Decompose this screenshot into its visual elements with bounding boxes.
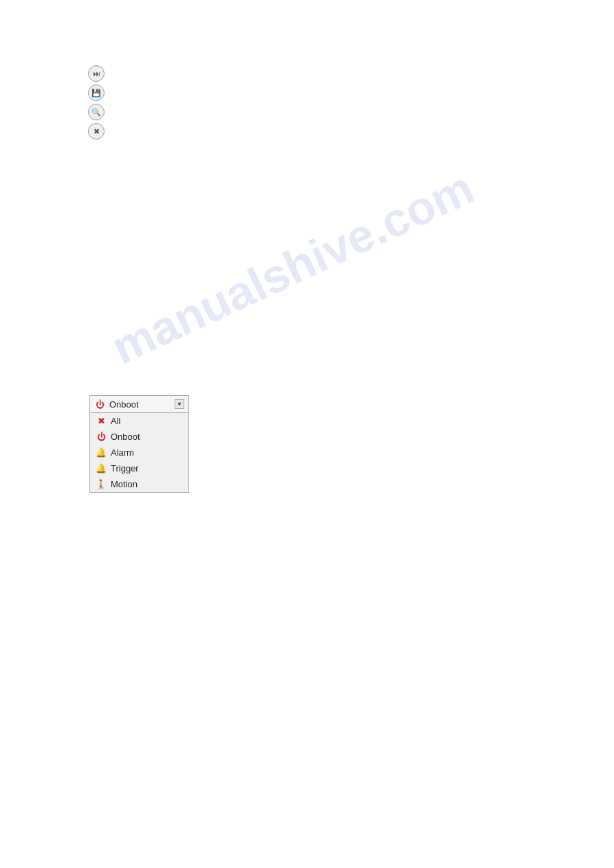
all-icon: ✖ [96, 416, 107, 426]
dropdown-item-onboot[interactable]: ⏻ Onboot [90, 429, 188, 445]
dropdown-header[interactable]: ⏻ Onboot ▼ [89, 395, 189, 413]
save-button[interactable]: 💾 [88, 85, 105, 101]
skip-icon: ⏭ [93, 69, 100, 78]
dropdown-item-alarm[interactable]: 🔔 Alarm [90, 445, 188, 460]
dropdown-menu: ✖ All ⏻ Onboot 🔔 Alarm 🔔 Trigger 🚶 Motio… [89, 413, 189, 493]
zoom-in-icon: 🔍 [91, 108, 101, 117]
dropdown-selected-icon: ⏻ [94, 399, 105, 410]
motion-icon: 🚶 [96, 479, 107, 489]
dropdown-item-motion[interactable]: 🚶 Motion [90, 476, 188, 492]
onboot-icon: ⏻ [96, 432, 107, 442]
trigger-icon: 🔔 [96, 463, 107, 474]
watermark: manualshive.com [103, 160, 481, 375]
expand-icon: ✖ [94, 127, 100, 136]
dropdown-item-motion-label: Motion [111, 479, 138, 489]
dropdown-item-all-label: All [111, 416, 120, 426]
dropdown-arrow-icon: ▼ [175, 399, 184, 409]
dropdown-item-trigger[interactable]: 🔔 Trigger [90, 460, 188, 476]
dropdown-selected-label: Onboot [109, 399, 171, 410]
dropdown-item-trigger-label: Trigger [111, 463, 139, 474]
dropdown-item-onboot-label: Onboot [111, 432, 140, 442]
expand-button[interactable]: ✖ [88, 123, 105, 140]
dropdown-item-alarm-label: Alarm [111, 447, 134, 458]
skip-button[interactable]: ⏭ [88, 65, 105, 82]
save-icon: 💾 [91, 89, 101, 98]
toolbar: ⏭ 💾 🔍 ✖ [88, 65, 105, 140]
dropdown-container: ⏻ Onboot ▼ ✖ All ⏻ Onboot 🔔 Alarm 🔔 Trig… [89, 395, 189, 493]
dropdown-item-all[interactable]: ✖ All [90, 413, 188, 429]
zoom-in-button[interactable]: 🔍 [88, 104, 105, 120]
alarm-icon: 🔔 [96, 447, 107, 458]
